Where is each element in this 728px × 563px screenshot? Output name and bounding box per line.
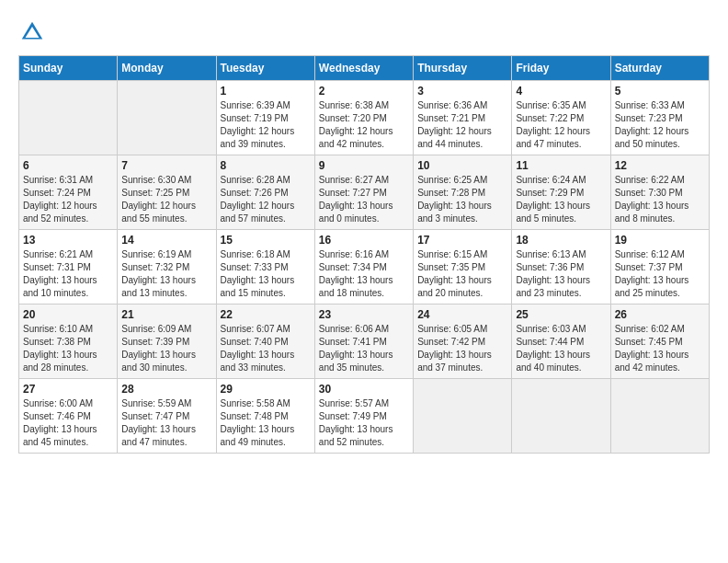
day-info: Sunrise: 6:03 AMSunset: 7:44 PMDaylight:… [516,323,606,374]
day-number: 25 [516,308,606,321]
calendar-cell: 26 Sunrise: 6:02 AMSunset: 7:45 PMDaylig… [610,304,709,379]
day-number: 27 [23,383,113,396]
day-info: Sunrise: 6:10 AMSunset: 7:38 PMDaylight:… [23,323,113,374]
day-info: Sunrise: 6:02 AMSunset: 7:45 PMDaylight:… [615,323,705,374]
weekday-header: Saturday [610,56,709,81]
day-number: 28 [121,383,211,396]
calendar-cell: 7 Sunrise: 6:30 AMSunset: 7:25 PMDayligh… [118,155,216,230]
calendar-cell: 20 Sunrise: 6:10 AMSunset: 7:38 PMDaylig… [19,304,118,379]
day-info: Sunrise: 5:57 AMSunset: 7:49 PMDaylight:… [319,397,409,449]
day-number: 26 [615,308,705,321]
calendar-cell: 13 Sunrise: 6:21 AMSunset: 7:31 PMDaylig… [19,230,118,304]
calendar-cell: 17 Sunrise: 6:15 AMSunset: 7:35 PMDaylig… [414,230,512,304]
day-info: Sunrise: 6:39 AMSunset: 7:19 PMDaylight:… [221,99,311,151]
day-number: 23 [319,308,409,321]
weekday-header: Thursday [414,56,512,81]
day-info: Sunrise: 6:18 AMSunset: 7:33 PMDaylight:… [221,248,311,300]
weekday-header: Sunday [19,56,118,81]
calendar-cell [414,379,512,454]
calendar-cell [610,379,709,454]
calendar-cell: 1 Sunrise: 6:39 AMSunset: 7:19 PMDayligh… [216,81,314,155]
day-number: 15 [221,234,311,247]
calendar-cell: 19 Sunrise: 6:12 AMSunset: 7:37 PMDaylig… [610,230,709,304]
day-number: 19 [615,234,705,247]
day-info: Sunrise: 6:25 AMSunset: 7:28 PMDaylight:… [417,174,507,225]
day-info: Sunrise: 6:28 AMSunset: 7:26 PMDaylight:… [221,174,311,225]
weekday-header: Wednesday [314,56,413,81]
calendar-cell: 16 Sunrise: 6:16 AMSunset: 7:34 PMDaylig… [314,230,413,304]
day-info: Sunrise: 6:24 AMSunset: 7:29 PMDaylight:… [516,174,606,225]
calendar-cell [118,81,216,155]
calendar-cell: 12 Sunrise: 6:22 AMSunset: 7:30 PMDaylig… [610,155,709,230]
day-number: 3 [417,85,507,98]
day-number: 12 [615,159,705,172]
calendar-cell: 15 Sunrise: 6:18 AMSunset: 7:33 PMDaylig… [216,230,314,304]
calendar-cell: 2 Sunrise: 6:38 AMSunset: 7:20 PMDayligh… [314,81,413,155]
day-info: Sunrise: 6:00 AMSunset: 7:46 PMDaylight:… [23,397,113,449]
day-number: 8 [221,159,311,172]
weekday-header: Monday [118,56,216,81]
day-info: Sunrise: 6:22 AMSunset: 7:30 PMDaylight:… [615,174,705,225]
day-number: 16 [319,234,409,247]
day-info: Sunrise: 6:35 AMSunset: 7:22 PMDaylight:… [516,99,606,151]
calendar-cell: 5 Sunrise: 6:33 AMSunset: 7:23 PMDayligh… [610,81,709,155]
calendar-cell: 9 Sunrise: 6:27 AMSunset: 7:27 PMDayligh… [314,155,413,230]
day-number: 11 [516,159,606,172]
day-number: 2 [319,85,409,98]
calendar-cell: 21 Sunrise: 6:09 AMSunset: 7:39 PMDaylig… [118,304,216,379]
day-number: 20 [23,308,113,321]
calendar-cell [19,81,118,155]
calendar-cell: 30 Sunrise: 5:57 AMSunset: 7:49 PMDaylig… [314,379,413,454]
day-info: Sunrise: 6:07 AMSunset: 7:40 PMDaylight:… [221,323,311,374]
logo [18,18,50,46]
day-info: Sunrise: 6:12 AMSunset: 7:37 PMDaylight:… [615,248,705,300]
calendar-cell [512,379,610,454]
calendar-cell: 22 Sunrise: 6:07 AMSunset: 7:40 PMDaylig… [216,304,314,379]
calendar-week-row: 6 Sunrise: 6:31 AMSunset: 7:24 PMDayligh… [19,155,710,230]
day-info: Sunrise: 6:05 AMSunset: 7:42 PMDaylight:… [417,323,507,374]
calendar-cell: 10 Sunrise: 6:25 AMSunset: 7:28 PMDaylig… [414,155,512,230]
day-info: Sunrise: 6:21 AMSunset: 7:31 PMDaylight:… [23,248,113,300]
day-number: 24 [417,308,507,321]
day-number: 14 [121,234,211,247]
day-info: Sunrise: 6:19 AMSunset: 7:32 PMDaylight:… [121,248,211,300]
calendar-week-row: 13 Sunrise: 6:21 AMSunset: 7:31 PMDaylig… [19,230,710,304]
calendar-cell: 3 Sunrise: 6:36 AMSunset: 7:21 PMDayligh… [414,81,512,155]
calendar-cell: 4 Sunrise: 6:35 AMSunset: 7:22 PMDayligh… [512,81,610,155]
calendar-cell: 28 Sunrise: 5:59 AMSunset: 7:47 PMDaylig… [118,379,216,454]
weekday-header: Friday [512,56,610,81]
day-number: 13 [23,234,113,247]
day-number: 18 [516,234,606,247]
day-info: Sunrise: 5:59 AMSunset: 7:47 PMDaylight:… [121,397,211,449]
day-info: Sunrise: 6:27 AMSunset: 7:27 PMDaylight:… [319,174,409,225]
day-number: 22 [221,308,311,321]
day-number: 6 [23,159,113,172]
day-number: 9 [319,159,409,172]
day-info: Sunrise: 6:31 AMSunset: 7:24 PMDaylight:… [23,174,113,225]
calendar-cell: 29 Sunrise: 5:58 AMSunset: 7:48 PMDaylig… [216,379,314,454]
day-number: 5 [615,85,705,98]
calendar-header-row: SundayMondayTuesdayWednesdayThursdayFrid… [19,56,710,81]
calendar-cell: 25 Sunrise: 6:03 AMSunset: 7:44 PMDaylig… [512,304,610,379]
calendar-cell: 18 Sunrise: 6:13 AMSunset: 7:36 PMDaylig… [512,230,610,304]
day-number: 30 [319,383,409,396]
calendar-table: SundayMondayTuesdayWednesdayThursdayFrid… [18,55,710,454]
calendar-cell: 11 Sunrise: 6:24 AMSunset: 7:29 PMDaylig… [512,155,610,230]
day-info: Sunrise: 6:36 AMSunset: 7:21 PMDaylight:… [417,99,507,151]
day-number: 29 [221,383,311,396]
calendar-week-row: 20 Sunrise: 6:10 AMSunset: 7:38 PMDaylig… [19,304,710,379]
day-info: Sunrise: 6:09 AMSunset: 7:39 PMDaylight:… [121,323,211,374]
day-info: Sunrise: 6:15 AMSunset: 7:35 PMDaylight:… [417,248,507,300]
calendar-week-row: 27 Sunrise: 6:00 AMSunset: 7:46 PMDaylig… [19,379,710,454]
logo-icon [18,18,46,46]
page-header [18,18,710,46]
day-info: Sunrise: 6:16 AMSunset: 7:34 PMDaylight:… [319,248,409,300]
day-number: 7 [121,159,211,172]
calendar-cell: 27 Sunrise: 6:00 AMSunset: 7:46 PMDaylig… [19,379,118,454]
calendar-cell: 8 Sunrise: 6:28 AMSunset: 7:26 PMDayligh… [216,155,314,230]
day-number: 4 [516,85,606,98]
day-number: 1 [221,85,311,98]
day-info: Sunrise: 5:58 AMSunset: 7:48 PMDaylight:… [221,397,311,449]
calendar-cell: 6 Sunrise: 6:31 AMSunset: 7:24 PMDayligh… [19,155,118,230]
day-info: Sunrise: 6:38 AMSunset: 7:20 PMDaylight:… [319,99,409,151]
